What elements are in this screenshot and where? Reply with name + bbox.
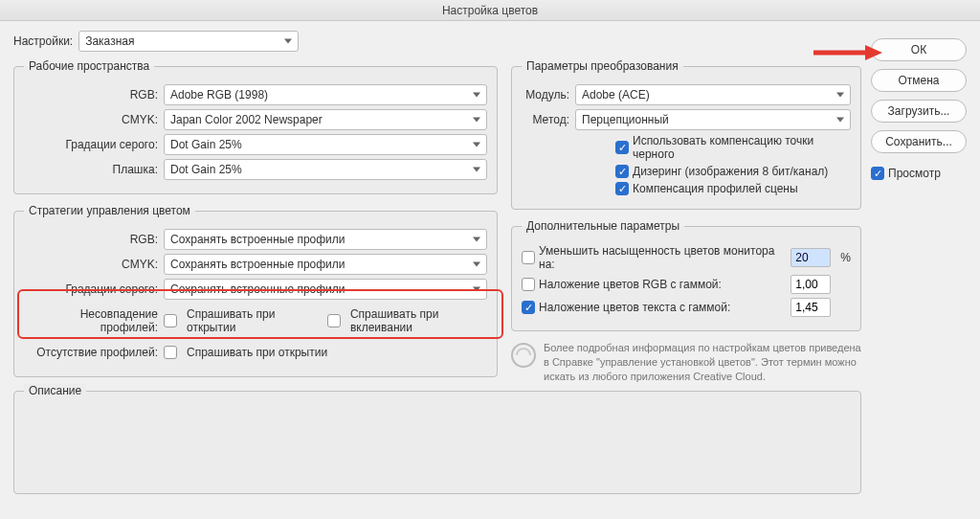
conversion-group: Параметры преобразования Модуль: Adobe (… [511, 59, 861, 210]
ok-button[interactable]: ОК [871, 38, 967, 61]
cmyk-label: CMYK: [24, 113, 164, 126]
spot-label: Плашка: [24, 163, 164, 176]
policy-rgb-value: Сохранять встроенные профили [170, 233, 345, 246]
help-text: Более подробная информация по настройкам… [544, 341, 861, 384]
cancel-button[interactable]: Отмена [871, 69, 967, 92]
cmyk-select[interactable]: Japan Color 2002 Newspaper [164, 109, 487, 130]
settings-label: Настройки: [13, 34, 73, 48]
description-box: Описание [13, 391, 861, 494]
preview-checkbox[interactable] [871, 167, 884, 180]
gray-select[interactable]: Dot Gain 25% [164, 134, 487, 155]
rgb-gamma-label: Наложение цветов RGB с гаммой: [539, 278, 722, 291]
text-gamma-label: Наложение цветов текста с гаммой: [539, 301, 730, 314]
mismatch-paste-checkbox[interactable] [327, 314, 341, 327]
text-gamma-checkbox[interactable] [522, 301, 535, 314]
dither-text: Дизеринг (изображения 8 бит/канал) [633, 165, 828, 178]
policy-gray-select[interactable]: Сохранять встроенные профили [164, 279, 487, 300]
bpc-text: Использовать компенсацию точки черного [633, 134, 851, 161]
mismatch-open-checkbox[interactable] [164, 314, 177, 327]
policy-rgb-label: RGB: [24, 233, 164, 246]
gray-value: Dot Gain 25% [170, 138, 242, 151]
load-button[interactable]: Загрузить... [871, 100, 967, 123]
missing-open-text: Спрашивать при открытии [187, 346, 327, 359]
settings-select[interactable]: Заказная [78, 31, 299, 52]
policies-group: Стратегии управления цветом RGB: Сохраня… [13, 204, 498, 377]
rgb-gamma-checkbox[interactable] [522, 278, 535, 291]
mismatch-paste-text: Спрашивать при вклеивании [350, 307, 487, 334]
scene-text: Компенсация профилей сцены [633, 182, 798, 195]
bpc-checkbox[interactable] [615, 141, 629, 154]
policy-gray-label: Градации серого: [24, 282, 164, 296]
conversion-legend: Параметры преобразования [522, 59, 683, 73]
scene-checkbox[interactable] [615, 182, 629, 195]
gray-label: Градации серого: [24, 138, 164, 151]
preview-label: Просмотр [888, 167, 941, 180]
settings-value: Заказная [85, 34, 134, 48]
advanced-group: Дополнительные параметры Уменьшить насыщ… [511, 219, 861, 331]
desat-label: Уменьшить насыщенность цветов монитора н… [539, 244, 787, 271]
desat-checkbox[interactable] [522, 251, 535, 264]
spot-select[interactable]: Dot Gain 25% [164, 159, 487, 180]
mismatch-label: Несовпадение профилей: [24, 307, 164, 334]
workspaces-group: Рабочие пространства RGB: Adobe RGB (199… [13, 59, 498, 194]
policy-gray-value: Сохранять встроенные профили [170, 282, 345, 296]
policy-rgb-select[interactable]: Сохранять встроенные профили [164, 229, 487, 250]
help-text-block: Более подробная информация по настройкам… [511, 341, 861, 384]
text-gamma-input[interactable] [791, 298, 831, 317]
mismatch-open-text: Спрашивать при открытии [187, 307, 312, 334]
globe-icon [511, 343, 536, 368]
intent-value: Перцепционный [582, 113, 669, 126]
desat-suffix: % [840, 251, 851, 264]
policy-cmyk-label: CMYK: [24, 258, 164, 271]
advanced-legend: Дополнительные параметры [522, 219, 684, 233]
missing-open-checkbox[interactable] [164, 346, 177, 359]
cmyk-value: Japan Color 2002 Newspaper [170, 113, 323, 126]
window-title: Настройка цветов [0, 0, 980, 21]
policy-cmyk-select[interactable]: Сохранять встроенные профили [164, 254, 487, 275]
policy-cmyk-value: Сохранять встроенные профили [170, 258, 345, 271]
workspaces-legend: Рабочие пространства [24, 59, 154, 73]
engine-select[interactable]: Adobe (ACE) [575, 84, 851, 105]
desat-input[interactable] [791, 248, 831, 267]
spot-value: Dot Gain 25% [170, 163, 242, 176]
save-button[interactable]: Сохранить... [871, 130, 967, 153]
engine-label: Модуль: [522, 88, 575, 102]
intent-label: Метод: [522, 113, 575, 126]
rgb-select[interactable]: Adobe RGB (1998) [164, 84, 487, 105]
description-legend: Описание [24, 384, 86, 397]
rgb-gamma-input[interactable] [791, 275, 831, 294]
missing-label: Отсутствие профилей: [24, 346, 164, 359]
rgb-value: Adobe RGB (1998) [170, 88, 268, 102]
policies-legend: Стратегии управления цветом [24, 204, 195, 217]
rgb-label: RGB: [24, 88, 164, 102]
engine-value: Adobe (ACE) [582, 88, 650, 102]
intent-select[interactable]: Перцепционный [575, 109, 851, 130]
dither-checkbox[interactable] [615, 165, 629, 178]
